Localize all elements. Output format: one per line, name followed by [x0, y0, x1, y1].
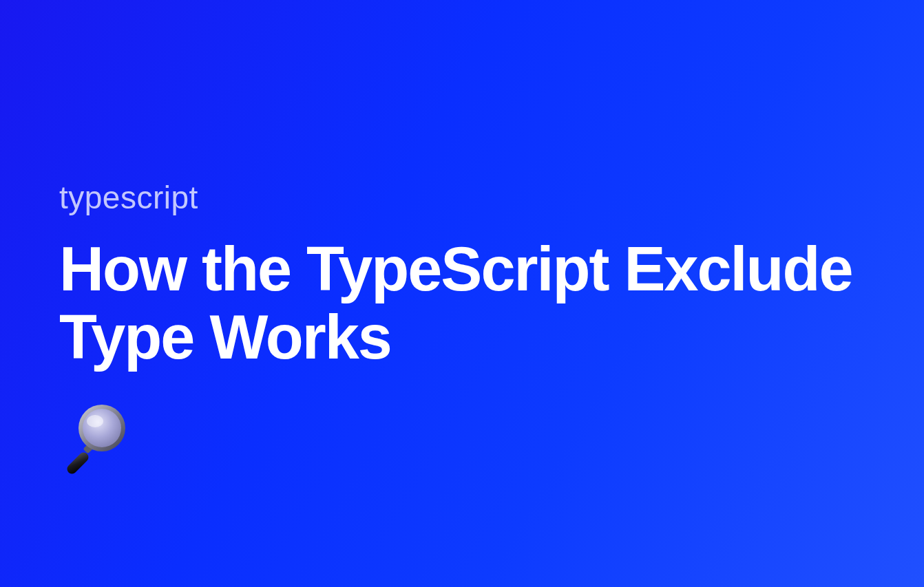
magnifying-glass-icon [61, 401, 924, 476]
category-label: typescript [59, 179, 924, 216]
svg-rect-0 [65, 451, 91, 476]
hero-content: typescript How the TypeScript Exclude Ty… [59, 179, 924, 476]
svg-point-3 [83, 409, 121, 447]
page-title: How the TypeScript Exclude Type Works [59, 235, 924, 372]
svg-point-4 [87, 415, 103, 427]
